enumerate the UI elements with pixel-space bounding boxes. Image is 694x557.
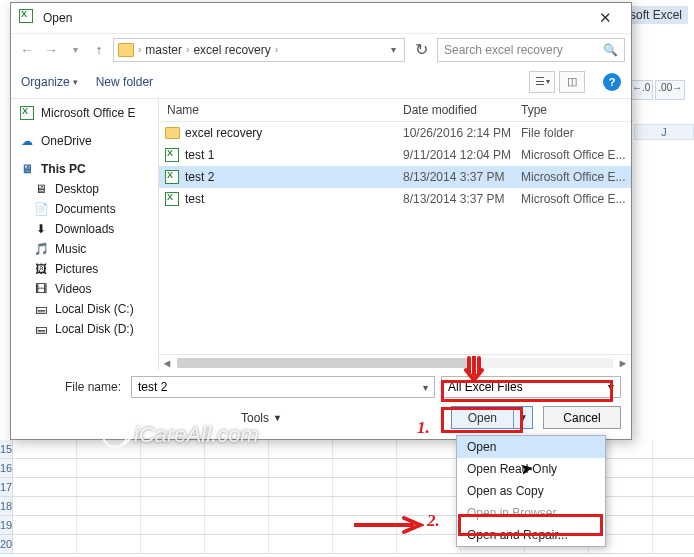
- scroll-left-icon[interactable]: ◄: [159, 357, 175, 369]
- file-row[interactable]: test8/13/2014 3:37 PMMicrosoft Office E.…: [159, 188, 631, 210]
- excel-cell[interactable]: [333, 516, 397, 534]
- excel-cell[interactable]: [269, 497, 333, 515]
- excel-cell[interactable]: [653, 535, 694, 553]
- excel-cell[interactable]: [77, 459, 141, 477]
- header-type[interactable]: Type: [521, 103, 627, 117]
- excel-cell[interactable]: [77, 516, 141, 534]
- organize-button[interactable]: Organize ▾: [21, 75, 78, 89]
- nav-back-button[interactable]: ←: [17, 40, 37, 60]
- excel-cell[interactable]: [397, 459, 461, 477]
- excel-cell[interactable]: [13, 459, 77, 477]
- tree-item-videos[interactable]: 🎞Videos: [31, 279, 158, 299]
- excel-cell[interactable]: [333, 535, 397, 553]
- excel-cell[interactable]: [205, 535, 269, 553]
- excel-cell[interactable]: [653, 497, 694, 515]
- excel-cell[interactable]: [269, 478, 333, 496]
- excel-cell[interactable]: [141, 497, 205, 515]
- excel-cell[interactable]: [205, 497, 269, 515]
- excel-cell[interactable]: [397, 497, 461, 515]
- excel-cell[interactable]: [397, 440, 461, 458]
- excel-cell[interactable]: [205, 516, 269, 534]
- new-folder-button[interactable]: New folder: [96, 75, 153, 89]
- tree-item-local-disk-c-[interactable]: 🖴Local Disk (C:): [31, 299, 158, 319]
- close-icon[interactable]: ✕: [587, 9, 623, 27]
- file-row[interactable]: excel recovery10/26/2016 2:14 PMFile fol…: [159, 122, 631, 144]
- nav-recent-dropdown[interactable]: ▾: [65, 40, 85, 60]
- row-header[interactable]: 20: [0, 535, 13, 553]
- search-input[interactable]: Search excel recovery 🔍: [437, 38, 625, 62]
- breadcrumb-excel-recovery[interactable]: excel recovery: [193, 43, 270, 57]
- filename-input[interactable]: test 2 ▾: [131, 376, 435, 398]
- excel-cell[interactable]: [141, 516, 205, 534]
- excel-cell[interactable]: [653, 478, 694, 496]
- excel-cell[interactable]: [77, 478, 141, 496]
- preview-pane-button[interactable]: ◫: [559, 71, 585, 93]
- excel-cell[interactable]: [205, 478, 269, 496]
- header-name[interactable]: Name: [163, 103, 403, 117]
- excel-cell[interactable]: [397, 478, 461, 496]
- file-row[interactable]: test 19/11/2014 12:04 PMMicrosoft Office…: [159, 144, 631, 166]
- menu-item-open[interactable]: Open: [457, 436, 605, 458]
- row-header[interactable]: 18: [0, 497, 13, 515]
- decrease-decimal-button[interactable]: .00→: [655, 80, 685, 100]
- file-row[interactable]: test 28/13/2014 3:37 PMMicrosoft Office …: [159, 166, 631, 188]
- excel-cell[interactable]: [13, 478, 77, 496]
- view-details-button[interactable]: ☰▾: [529, 71, 555, 93]
- row-header[interactable]: 15: [0, 440, 13, 458]
- open-split-button[interactable]: Open ▼: [451, 406, 533, 429]
- excel-cell[interactable]: [653, 516, 694, 534]
- nav-forward-button[interactable]: →: [41, 40, 61, 60]
- excel-cell[interactable]: [653, 459, 694, 477]
- excel-cell[interactable]: [269, 459, 333, 477]
- open-dropdown-button[interactable]: ▼: [514, 407, 532, 428]
- tree-item-music[interactable]: 🎵Music: [31, 239, 158, 259]
- increase-decimal-button[interactable]: ←.0: [629, 80, 653, 100]
- excel-cell[interactable]: [13, 497, 77, 515]
- help-icon[interactable]: ?: [603, 73, 621, 91]
- excel-cell[interactable]: [397, 535, 461, 553]
- cancel-button[interactable]: Cancel: [543, 406, 621, 429]
- menu-item-open-and-repair[interactable]: Open and Repair...: [457, 524, 605, 546]
- row-header[interactable]: 19: [0, 516, 13, 534]
- excel-cell[interactable]: [333, 459, 397, 477]
- excel-cell[interactable]: [653, 440, 694, 458]
- excel-cell[interactable]: [269, 440, 333, 458]
- tree-item-local-disk-d-[interactable]: 🖴Local Disk (D:): [31, 319, 158, 339]
- chevron-down-icon[interactable]: ▾: [423, 382, 428, 393]
- excel-cell[interactable]: [77, 535, 141, 553]
- nav-up-button[interactable]: ↑: [89, 40, 109, 60]
- row-header[interactable]: 16: [0, 459, 13, 477]
- excel-cell[interactable]: [333, 478, 397, 496]
- menu-item-open-as-copy[interactable]: Open as Copy: [457, 480, 605, 502]
- refresh-icon[interactable]: ↻: [409, 38, 433, 62]
- breadcrumb-dropdown[interactable]: ▾: [387, 44, 400, 55]
- excel-cell[interactable]: [141, 459, 205, 477]
- excel-cell[interactable]: [269, 516, 333, 534]
- excel-cell[interactable]: [141, 535, 205, 553]
- excel-cell[interactable]: [205, 459, 269, 477]
- tree-item-office[interactable]: Microsoft Office E: [17, 103, 158, 123]
- row-header[interactable]: 17: [0, 478, 13, 496]
- breadcrumb[interactable]: › master › excel recovery › ▾: [113, 38, 405, 62]
- excel-cell[interactable]: [269, 535, 333, 553]
- tree-item-documents[interactable]: 📄Documents: [31, 199, 158, 219]
- open-button[interactable]: Open: [452, 407, 514, 428]
- tree-item-this-pc[interactable]: 🖥 This PC: [17, 159, 158, 179]
- menu-item-open-read-only[interactable]: Open Read-Only: [457, 458, 605, 480]
- tree-item-pictures[interactable]: 🖼Pictures: [31, 259, 158, 279]
- excel-cell[interactable]: [397, 516, 461, 534]
- breadcrumb-master[interactable]: master: [145, 43, 182, 57]
- scrollbar-thumb[interactable]: [177, 358, 467, 368]
- header-date[interactable]: Date modified: [403, 103, 521, 117]
- excel-cell[interactable]: [77, 497, 141, 515]
- excel-cell[interactable]: [13, 535, 77, 553]
- excel-cell[interactable]: [333, 497, 397, 515]
- horizontal-scrollbar[interactable]: ◄ ►: [159, 354, 631, 370]
- column-letter-j[interactable]: J: [634, 124, 694, 140]
- excel-cell[interactable]: [13, 440, 77, 458]
- file-type-select[interactable]: All Excel Files ▾: [441, 376, 621, 398]
- tree-item-downloads[interactable]: ⬇Downloads: [31, 219, 158, 239]
- excel-cell[interactable]: [333, 440, 397, 458]
- excel-cell[interactable]: [13, 516, 77, 534]
- tree-item-desktop[interactable]: 🖥Desktop: [31, 179, 158, 199]
